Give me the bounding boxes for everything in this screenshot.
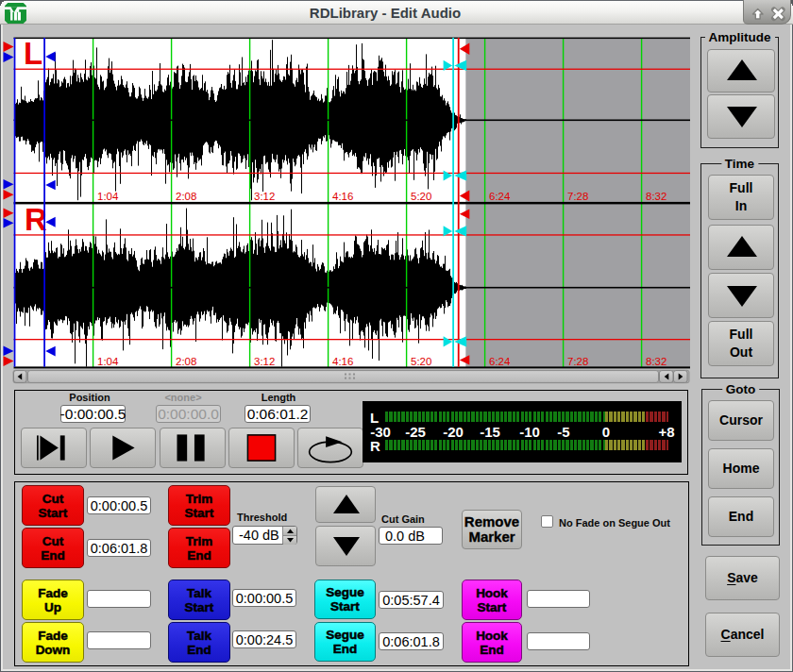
svg-text:3:12: 3:12 — [254, 356, 275, 367]
svg-text:7:28: 7:28 — [567, 356, 588, 367]
svg-text:4:16: 4:16 — [332, 191, 353, 202]
svg-text:2:08: 2:08 — [176, 191, 196, 202]
svg-text:5:20: 5:20 — [411, 356, 431, 367]
svg-text:8:32: 8:32 — [646, 191, 666, 202]
svg-text:4:16: 4:16 — [332, 356, 353, 367]
svg-text:5:20: 5:20 — [411, 191, 431, 202]
svg-text:3:12: 3:12 — [254, 191, 275, 202]
svg-text:7:28: 7:28 — [567, 191, 588, 202]
svg-text:L: L — [24, 36, 42, 71]
svg-text:2:08: 2:08 — [176, 356, 196, 367]
svg-text:6:24: 6:24 — [489, 191, 511, 202]
svg-text:1:04: 1:04 — [97, 191, 119, 202]
svg-text:1:04: 1:04 — [97, 356, 119, 367]
svg-text:6:24: 6:24 — [489, 356, 511, 367]
svg-text:8:32: 8:32 — [646, 356, 666, 367]
